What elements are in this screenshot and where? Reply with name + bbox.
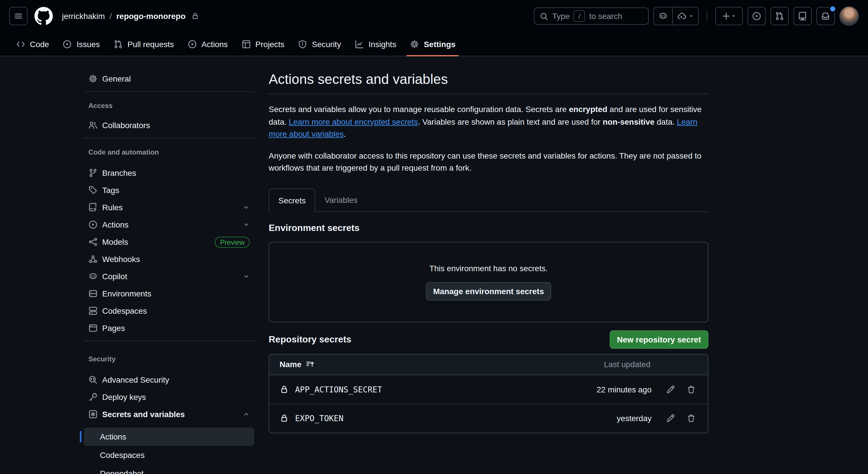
- sidebar-item-label: Secrets and variables: [102, 410, 185, 419]
- intro-text: data.: [654, 117, 677, 126]
- pencil-icon: [666, 414, 675, 423]
- sort-by-name-control[interactable]: Name: [280, 360, 564, 369]
- tab-pull-requests[interactable]: Pull requests: [107, 32, 181, 56]
- preview-badge: Preview: [215, 236, 250, 247]
- tab-label: Security: [312, 39, 341, 49]
- issues-header-button[interactable]: [747, 7, 766, 25]
- create-new-dropdown-button[interactable]: [715, 7, 743, 25]
- edit-secret-button[interactable]: [663, 382, 678, 397]
- graph-icon: [355, 39, 364, 49]
- environment-secrets-heading: Environment secrets: [269, 221, 708, 235]
- sidebar-section-code-automation: Code and automation: [84, 143, 254, 160]
- search-placeholder-prefix: Type: [552, 11, 570, 21]
- tab-label: Pull requests: [127, 39, 174, 49]
- tab-settings[interactable]: Settings: [403, 32, 462, 56]
- sort-ascending-icon: [305, 360, 315, 369]
- sidebar-subitem-actions[interactable]: Actions: [84, 427, 254, 446]
- tab-variables[interactable]: Variables: [315, 188, 367, 211]
- content-area: General Access Collaborators Code and au…: [0, 56, 868, 474]
- sidebar-item-webhooks[interactable]: Webhooks: [84, 250, 254, 268]
- sidebar-section-security: Security: [84, 349, 254, 366]
- sidebar-item-branches[interactable]: Branches: [84, 164, 254, 182]
- repositories-header-button[interactable]: [794, 7, 812, 25]
- settings-sidebar: General Access Collaborators Code and au…: [84, 70, 254, 474]
- issue-opened-icon: [63, 39, 72, 49]
- intro-text: . Variables are shown as plain text and …: [418, 117, 603, 126]
- learn-more-encrypted-secrets-link[interactable]: Learn more about encrypted secrets: [289, 117, 418, 126]
- sidebar-item-environments[interactable]: Environments: [84, 285, 254, 302]
- browser-icon: [88, 323, 98, 333]
- manage-environment-secrets-button[interactable]: Manage environment secrets: [426, 282, 551, 300]
- tab-label: Actions: [202, 39, 228, 49]
- breadcrumb-owner-link[interactable]: jerrickhakim: [62, 11, 105, 21]
- copilot-agents-dropdown-button[interactable]: [673, 7, 698, 25]
- tab-secrets[interactable]: Secrets: [269, 188, 315, 212]
- app-header: jerrickhakim / repogo-monorepo Type / to…: [0, 0, 868, 32]
- sidebar-item-label: Tags: [102, 185, 119, 195]
- tab-insights[interactable]: Insights: [348, 32, 403, 56]
- github-settings-page: jerrickhakim / repogo-monorepo Type / to…: [0, 0, 868, 474]
- tab-projects[interactable]: Projects: [235, 32, 291, 56]
- tab-label: Insights: [369, 39, 396, 49]
- tab-actions[interactable]: Actions: [181, 32, 235, 56]
- sidebar-item-label: Actions: [100, 432, 126, 441]
- edit-secret-button[interactable]: [663, 411, 678, 426]
- tab-code[interactable]: Code: [9, 32, 56, 56]
- sidebar-item-label: Models: [102, 237, 128, 246]
- tab-security[interactable]: Security: [291, 32, 348, 56]
- play-circle-icon: [88, 220, 98, 229]
- sidebar-subitem-dependabot[interactable]: Dependabot: [84, 464, 254, 474]
- sidebar-item-pages[interactable]: Pages: [84, 320, 254, 337]
- inbox-icon: [821, 11, 830, 21]
- chevron-up-icon: [243, 411, 250, 418]
- sidebar-item-label: Rules: [102, 203, 123, 212]
- copilot-icon: [658, 11, 668, 21]
- secret-last-updated: 22 minutes ago: [565, 385, 652, 394]
- hamburger-menu-button[interactable]: [9, 7, 28, 25]
- sidebar-item-rules[interactable]: Rules: [84, 199, 254, 216]
- tab-label: Projects: [255, 39, 284, 49]
- intro-text: .: [344, 129, 346, 139]
- copilot-button[interactable]: [654, 7, 673, 25]
- sidebar-item-actions[interactable]: Actions: [84, 216, 254, 233]
- sidebar-item-copilot[interactable]: Copilot: [84, 268, 254, 285]
- copilot-button-group: [653, 7, 699, 25]
- sidebar-item-label: Dependabot: [100, 469, 144, 474]
- chevron-down-icon: [243, 204, 250, 211]
- table-header-row: Name Last updated: [269, 354, 708, 375]
- sidebar-item-advanced-security[interactable]: Advanced Security: [84, 371, 254, 388]
- sidebar-item-collaborators[interactable]: Collaborators: [84, 117, 254, 134]
- sidebar-item-label: Collaborators: [102, 121, 150, 130]
- unread-notification-dot: [829, 5, 836, 12]
- tab-issues[interactable]: Issues: [56, 32, 107, 56]
- avatar[interactable]: [839, 6, 859, 26]
- notifications-inbox-button[interactable]: [816, 7, 835, 25]
- delete-secret-button[interactable]: [684, 411, 699, 426]
- github-logo-icon[interactable]: [34, 7, 53, 25]
- key-icon: [88, 392, 98, 402]
- breadcrumb-repo-link[interactable]: repogo-monorepo: [116, 11, 185, 21]
- intro-bold-non-sensitive: non-sensitive: [603, 117, 655, 126]
- sidebar-item-general[interactable]: General: [84, 70, 254, 87]
- shield-icon: [298, 39, 307, 49]
- last-updated-column-header: Last updated: [564, 360, 650, 369]
- environment-empty-message: This environment has no secrets.: [429, 263, 548, 273]
- new-repository-secret-button[interactable]: New repository secret: [609, 330, 708, 349]
- search-input[interactable]: Type / to search: [534, 7, 649, 25]
- delete-secret-button[interactable]: [684, 382, 699, 397]
- sidebar-item-codespaces[interactable]: Codespaces: [84, 302, 254, 320]
- plus-icon: [722, 11, 731, 21]
- webhook-icon: [88, 255, 98, 264]
- sidebar-item-models[interactable]: Models Preview: [84, 233, 254, 250]
- private-repo-lock-icon: [191, 12, 199, 20]
- pull-requests-header-button[interactable]: [770, 7, 789, 25]
- sidebar-item-label: Deploy keys: [102, 392, 146, 402]
- sidebar-item-deploy-keys[interactable]: Deploy keys: [84, 388, 254, 406]
- sidebar-item-tags[interactable]: Tags: [84, 182, 254, 199]
- sidebar-subitem-codespaces[interactable]: Codespaces: [84, 446, 254, 464]
- share-nodes-icon: [88, 237, 98, 246]
- sidebar-item-secrets-and-variables[interactable]: Secrets and variables: [84, 406, 254, 423]
- chevron-down-icon: [243, 221, 250, 228]
- codespaces-icon: [88, 306, 98, 316]
- lock-icon: [280, 414, 289, 423]
